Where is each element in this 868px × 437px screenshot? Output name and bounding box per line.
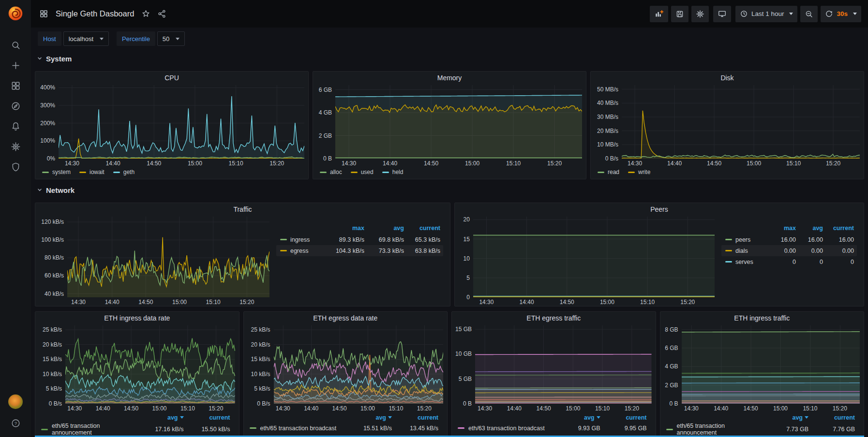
sidebar-explore[interactable] (5, 96, 26, 116)
legend-series-name[interactable]: serves (721, 259, 769, 265)
legend-item-used[interactable]: used (351, 169, 374, 175)
memory-chart[interactable]: 0 B2 GB4 GB6 GB 14:3014:4014:5015:0015:1… (313, 84, 586, 167)
chevron-down-icon (853, 13, 857, 17)
legend-row: dials0.000.000.00 (721, 245, 857, 256)
legend-series-name[interactable]: ingress (276, 236, 325, 243)
legend-sort-avg[interactable]: avg (133, 414, 187, 421)
add-panel-button[interactable] (650, 6, 668, 22)
x-tick-label: 14:40 (96, 405, 110, 412)
cycle-view-mode-button[interactable] (713, 6, 731, 22)
legend-series-name[interactable]: eth/65 transaction announcement (52, 422, 133, 436)
legend-sort-current[interactable]: current (826, 225, 857, 232)
eth-egress-traffic-chart[interactable]: 0 B5 GB10 GB15 GB 14:3014:4014:5015:0015… (452, 324, 656, 412)
sidebar-alerting[interactable] (5, 116, 26, 136)
panel-header[interactable]: Peers (455, 203, 864, 216)
zoom-out-time-button[interactable] (800, 6, 818, 22)
chart-canvas (335, 85, 582, 159)
chart-canvas (67, 217, 269, 297)
variable-host-dropdown[interactable]: localhost (63, 31, 109, 46)
dashboard-title[interactable]: Single Geth Dasboard (56, 9, 134, 18)
eth-ingress-data-rate-chart[interactable]: 0 B/s5 kB/s10 kB/s15 kB/s20 kB/s25 kB/s … (35, 324, 239, 412)
legend-value: 0.00 (826, 248, 857, 254)
eth-egress-data-rate-chart[interactable]: 0 B/s5 kB/s10 kB/s15 kB/s20 kB/s25 kB/s … (244, 324, 448, 412)
disk-chart[interactable]: 0 B/s10 MB/s20 MB/s30 MB/s40 MB/s50 MB/s… (591, 84, 864, 167)
legend-sort-avg[interactable]: avg (341, 414, 395, 421)
legend-sort-avg[interactable]: avg (367, 225, 407, 232)
time-range-picker[interactable]: Last 1 hour (735, 6, 798, 22)
panel-header[interactable]: ETH egress traffic (452, 312, 656, 324)
eth-ingress-traffic-chart[interactable]: 0 B2 GB4 GB6 GB8 GB 14:3014:4014:5015:00… (660, 324, 864, 412)
x-axis: 14:3014:4014:5015:0015:1015:20 (59, 159, 304, 167)
legend-row: egress104.3 kB/s73.3 kB/s63.8 kB/s (276, 245, 443, 256)
legend-item-geth[interactable]: geth (113, 169, 135, 175)
x-tick-label: 14:30 (479, 299, 494, 306)
legend-series-name[interactable]: egress (276, 248, 325, 254)
x-tick-label: 15:00 (566, 405, 580, 412)
refresh-picker[interactable]: 30s (821, 6, 861, 22)
legend-table-header: maxavgcurrent (721, 222, 857, 234)
legend-sort-avg[interactable]: avg (549, 414, 603, 421)
legend-sort-max[interactable]: max (325, 225, 367, 232)
series-marker (628, 172, 635, 173)
share-icon (157, 9, 166, 18)
panel-header[interactable]: ETH ingress data rate (35, 312, 239, 324)
sidebar-search[interactable] (5, 35, 26, 55)
legend-row: eth/65 transaction announcement7.73 GB7.… (666, 422, 858, 434)
grafana-logo[interactable] (6, 4, 25, 22)
variable-value: localhost (69, 35, 93, 43)
legend-item-write[interactable]: write (628, 169, 650, 175)
legend-series-name[interactable]: eth/63 transaction broadcast (468, 425, 549, 432)
legend-sort-avg[interactable]: avg (799, 225, 826, 232)
legend-item-alloc[interactable]: alloc (320, 169, 342, 175)
variable-host: Host localhost (38, 31, 109, 46)
x-tick-label: 14:30 (71, 299, 86, 306)
share-dashboard-button[interactable] (156, 8, 168, 20)
y-axis: 05101520 (457, 217, 473, 297)
legend-series-name[interactable]: dials (721, 248, 769, 254)
row-toggle-network[interactable]: Network (37, 184, 864, 196)
legend-sort-current[interactable]: current (407, 225, 443, 232)
peers-chart[interactable]: 05101520 14:3014:4014:5015:0015:1015:20 (455, 216, 718, 306)
series-marker (725, 250, 732, 251)
y-tick-label: 6 GB (665, 345, 678, 351)
variable-percentile-dropdown[interactable]: 50 (157, 31, 185, 46)
legend-sort-current[interactable]: current (187, 414, 233, 421)
legend-series-name[interactable]: eth/65 transaction broadcast (260, 425, 341, 432)
star-dashboard-button[interactable] (140, 8, 152, 20)
legend-item-system[interactable]: system (42, 169, 71, 175)
legend-series-name[interactable]: eth/65 transaction announcement (677, 422, 758, 436)
save-dashboard-button[interactable] (671, 6, 688, 22)
explore-compass-icon (11, 101, 21, 111)
y-tick-label: 0 B (463, 400, 472, 407)
legend-item-read[interactable]: read (598, 169, 619, 175)
y-tick-label: 120 kB/s (41, 218, 64, 225)
panel-header[interactable]: ETH egress data rate (244, 312, 448, 324)
traffic-chart[interactable]: 40 kB/s60 kB/s80 kB/s100 kB/s120 kB/s 14… (35, 216, 273, 306)
sidebar-help[interactable]: ? (5, 413, 26, 433)
legend-sort-current[interactable]: current (395, 414, 441, 421)
dashboard-settings-button[interactable] (691, 6, 709, 22)
panel-header[interactable]: Traffic (35, 203, 450, 216)
panel-header[interactable]: Memory (313, 72, 586, 84)
sidebar-create[interactable] (5, 55, 26, 75)
panel-header[interactable]: Disk (591, 72, 864, 84)
legend-sort-current[interactable]: current (811, 414, 858, 421)
y-tick-label: 0 B/s (257, 400, 270, 407)
y-tick-label: 0 B/s (605, 155, 618, 162)
legend-table: maxavgcurrentingress89.3 kB/s69.8 kB/s65… (273, 216, 450, 306)
sidebar-dashboards[interactable] (5, 75, 26, 96)
panel-eth-ingress-data-rate: ETH ingress data rate 0 B/s5 kB/s10 kB/s… (35, 311, 239, 437)
panel-header[interactable]: CPU (35, 72, 308, 84)
panel-header[interactable]: ETH ingress traffic (660, 312, 864, 324)
legend-sort-avg[interactable]: avg (757, 414, 811, 421)
legend-item-held[interactable]: held (382, 169, 404, 175)
legend-series-name[interactable]: peers (721, 236, 769, 243)
cpu-chart[interactable]: 0%100%200%300%400% 14:3014:4014:5015:001… (35, 84, 308, 167)
user-avatar[interactable] (8, 394, 23, 409)
sidebar-server-admin[interactable] (5, 157, 26, 177)
legend-sort-max[interactable]: max (769, 225, 799, 232)
sidebar-configuration[interactable] (5, 136, 26, 157)
legend-item-iowait[interactable]: iowait (79, 169, 105, 175)
row-toggle-system[interactable]: System (37, 53, 864, 64)
legend-sort-current[interactable]: current (603, 414, 650, 421)
